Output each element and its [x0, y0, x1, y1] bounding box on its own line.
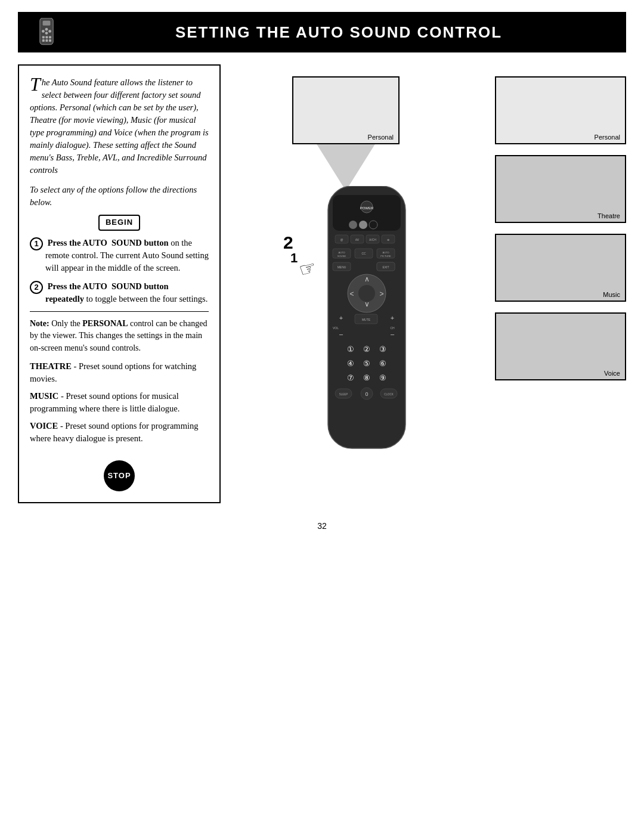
svg-text:>: > [379, 290, 383, 298]
direction-text: To select any of the options follow the … [30, 184, 209, 209]
svg-text:MUTE: MUTE [362, 318, 371, 321]
svg-text:–: – [339, 330, 343, 337]
svg-text:AUTO: AUTO [382, 251, 389, 254]
tv-label-personal: Personal [368, 134, 394, 141]
tv-label-right-voice: Voice [604, 370, 620, 377]
step-1-indicator: 1 [290, 252, 298, 265]
left-panel: The Auto Sound feature allows the listen… [18, 64, 221, 503]
step-1-block: 1 Press the AUTO SOUND button on the rem… [30, 237, 209, 274]
svg-rect-11 [49, 39, 51, 42]
step-2-indicator: 2 [283, 234, 298, 252]
page-title: Setting the Auto Sound Control [69, 23, 608, 42]
tv-label-right-personal: Personal [595, 134, 620, 141]
tv-screen-right-theatre-inner: Theatre [496, 156, 625, 222]
note-section: Note: Only the PERSONAL control can be c… [30, 318, 209, 354]
svg-text:③: ③ [379, 345, 386, 354]
drop-cap: T [30, 76, 41, 92]
svg-text:+: + [391, 314, 394, 321]
tv-screen-right-music: Music [495, 234, 626, 302]
svg-point-4 [42, 30, 45, 33]
svg-text:–: – [391, 330, 395, 337]
svg-text:VOL: VOL [333, 326, 339, 330]
remote-icon [36, 18, 57, 47]
svg-point-42 [358, 285, 375, 302]
svg-text:⑦: ⑦ [347, 373, 354, 382]
svg-text:AV: AV [355, 238, 360, 241]
svg-text:AUTO: AUTO [338, 251, 345, 254]
svg-text:@: @ [340, 238, 343, 241]
svg-rect-9 [42, 39, 45, 42]
step-2-block: 2 Press the AUTO SOUND button repeatedly… [30, 280, 209, 305]
svg-text:EXIT: EXIT [382, 265, 389, 269]
stop-badge: STOP [104, 460, 135, 491]
svg-rect-8 [49, 36, 51, 38]
svg-text:CLOCK: CLOCK [384, 393, 394, 396]
page-number: 32 [0, 521, 644, 543]
svg-text:CH: CH [390, 326, 395, 330]
main-content: The Auto Sound feature allows the listen… [18, 64, 626, 503]
svg-text:CC: CC [361, 252, 366, 255]
page-header: Setting the Auto Sound Control [18, 12, 626, 52]
voice-desc: VOICE - Preset sound options for program… [30, 420, 209, 445]
divider [30, 311, 209, 312]
svg-text:0: 0 [365, 391, 368, 397]
svg-point-2 [45, 28, 48, 31]
svg-text:SOUND: SOUND [338, 255, 346, 258]
svg-point-17 [359, 221, 367, 229]
step-2-text: Press the AUTO SOUND button repeatedly t… [45, 280, 209, 305]
tv-label-right-music: Music [603, 291, 620, 298]
tv-screen-right-theatre: Theatre [495, 155, 626, 223]
music-desc: MUSIC - Preset sound options for musical… [30, 390, 209, 415]
svg-text:MENU: MENU [338, 265, 346, 269]
right-panel: Personal Theatre Music Voice [495, 64, 626, 503]
tv-label-right-theatre: Theatre [597, 212, 620, 219]
svg-text:⊕: ⊕ [387, 238, 389, 241]
intro-text: The Auto Sound feature allows the listen… [30, 76, 209, 176]
svg-point-18 [369, 221, 377, 229]
svg-text:⑧: ⑧ [363, 373, 370, 382]
svg-text:④: ④ [347, 359, 354, 368]
tv-screen-right-music-inner: Music [496, 235, 625, 301]
svg-text:∨: ∨ [364, 300, 370, 308]
svg-rect-10 [45, 39, 48, 42]
svg-text:+: + [339, 314, 343, 321]
svg-point-5 [48, 30, 51, 33]
svg-text:POWER: POWER [360, 206, 374, 210]
tv-screen-right-voice-inner: Voice [496, 314, 625, 379]
svg-text:PICTURE: PICTURE [380, 255, 391, 258]
step-indicators: 2 1 [283, 234, 298, 265]
svg-text:⑥: ⑥ [379, 359, 386, 368]
tv-screen-personal: Personal [292, 76, 400, 144]
svg-point-16 [349, 221, 357, 229]
svg-text:<: < [349, 290, 354, 298]
svg-text:⑨: ⑨ [379, 373, 386, 382]
svg-rect-7 [45, 36, 48, 38]
svg-text:SLEEP: SLEEP [339, 393, 348, 396]
svg-text:②: ② [363, 345, 370, 354]
remote-svg: POWER @ AV A/CH ⊕ AUTO [310, 186, 423, 454]
tv-screen-personal-inner: Personal [293, 78, 398, 143]
step-2-number: 2 [30, 281, 43, 294]
svg-point-3 [45, 32, 48, 35]
tv-personal-container: Personal [292, 76, 400, 144]
step-1-text: Press the AUTO SOUND button on the remot… [45, 237, 209, 274]
tv-screen-right-personal: Personal [495, 76, 626, 144]
svg-text:①: ① [347, 345, 354, 354]
center-panel: Personal 2 1 ☞ [221, 64, 495, 503]
tv-screen-right-voice: Voice [495, 312, 626, 380]
svg-text:∧: ∧ [364, 275, 370, 283]
step-1-number: 1 [30, 237, 43, 250]
theatre-desc: THEATRE - Preset sound options for watch… [30, 360, 209, 385]
remote-control-area: 2 1 ☞ POWER [310, 186, 423, 457]
svg-text:A/CH: A/CH [369, 238, 376, 241]
svg-rect-6 [42, 36, 45, 38]
tv-screen-right-personal-inner: Personal [496, 78, 625, 143]
svg-text:⑤: ⑤ [363, 359, 370, 368]
begin-badge: BEGIN [98, 215, 140, 231]
svg-rect-1 [43, 21, 51, 26]
